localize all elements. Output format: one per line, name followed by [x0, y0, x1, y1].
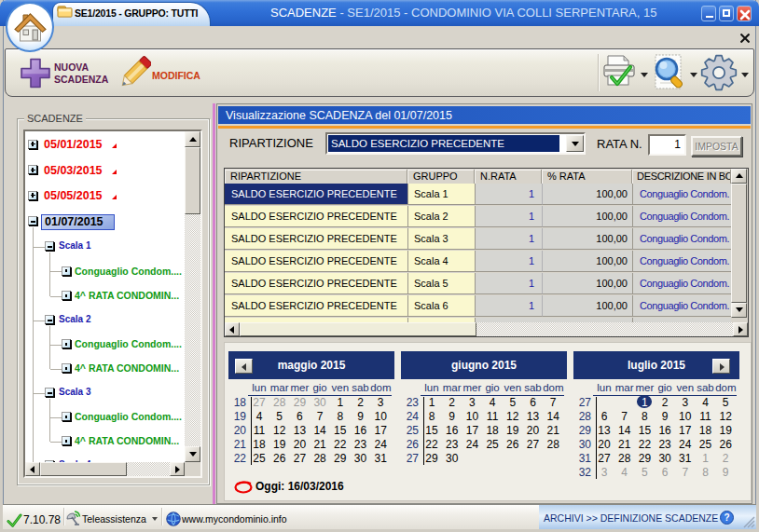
svg-text:?: ? [724, 512, 729, 523]
